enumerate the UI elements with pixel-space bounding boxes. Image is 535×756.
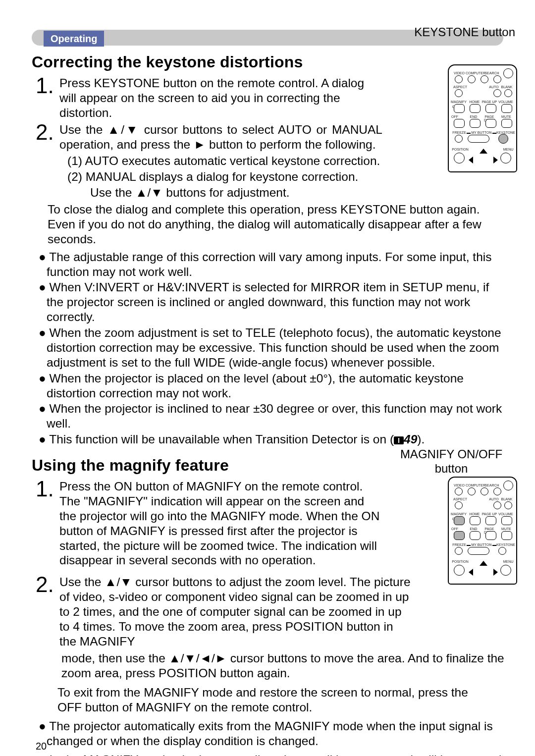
bullet: ● When V:INVERT or H&V:INVERT is selecte… [39, 280, 504, 324]
exit-note: To exit from the MAGNIFY mode and restor… [57, 685, 488, 715]
lbl-menu: MENU [502, 560, 514, 563]
substep-2b: Use the ▲/▼ buttons for adjustment. [90, 185, 437, 200]
volume-button [501, 516, 512, 525]
closing-note: To close the dialog and complete this op… [48, 202, 503, 247]
lbl-keystone: KEYSTONE [496, 543, 515, 546]
bullet: ● When the zoom adjustment is set to TEL… [39, 325, 504, 370]
blank-button-top [493, 75, 501, 83]
lbl-home: HOME [469, 100, 481, 104]
section-tab: Operating [44, 31, 104, 47]
search-button [481, 75, 488, 83]
lbl-search: SEARCH [484, 71, 499, 75]
pagedn-button [485, 119, 496, 128]
lbl-search: SEARCH [484, 484, 499, 487]
mybutton-button [468, 547, 489, 555]
manual-ref-num: 49 [404, 432, 417, 446]
nav-left-icon [469, 157, 473, 163]
mute-button [501, 531, 512, 540]
lbl-end: END [469, 115, 479, 118]
remote-diagram-magnify: VIDEO COMPUTER SEARCH ASPECT AUTO BLANK … [448, 477, 517, 585]
mute-button [501, 119, 512, 128]
bullet: ● When the projector is inclined to near… [39, 401, 504, 431]
step-text: Press KEYSTONE button on the remote cont… [59, 76, 382, 120]
magnify-button-label: MAGNIFY ON/OFF button [399, 447, 503, 476]
blank-button [504, 501, 512, 509]
end-button [470, 119, 481, 128]
aspect-button [455, 89, 463, 97]
menu-button [500, 565, 511, 576]
lbl-mybutton: MY BUTTON [471, 543, 492, 546]
keystone-button-label: KEYSTONE button [414, 25, 515, 39]
lbl-mute: MUTE [500, 527, 512, 531]
magnify-on-button [454, 516, 465, 525]
magnify-on-button [454, 104, 465, 113]
manual-ref-icon [394, 436, 404, 444]
lbl-freeze: FREEZE [452, 543, 467, 546]
position-button [454, 565, 465, 576]
lbl-blank: BLANK [500, 497, 513, 501]
lbl-video: VIDEO [453, 484, 466, 487]
substep-2a: (2) MANUAL displays a dialog for keyston… [67, 169, 414, 184]
lbl-off: OFF [451, 527, 459, 531]
blank-button-top [493, 487, 501, 495]
keystone-button [498, 547, 506, 555]
nav-right-icon [493, 157, 498, 163]
step-1: 1. Press KEYSTONE button on the remote c… [36, 76, 382, 120]
freeze-button [455, 135, 463, 143]
bullet: ● The adjustable range of this correctio… [39, 250, 504, 279]
home-button [470, 516, 481, 525]
aspect-button [455, 501, 463, 509]
page-content: Operating Correcting the keystone distor… [32, 30, 503, 756]
step-text: Use the ▲/▼ cursor buttons to adjust the… [59, 575, 412, 648]
lbl-computer: COMPUTER [466, 71, 483, 75]
menu-button [500, 153, 511, 163]
step-text: Press the ON button of MAGNIFY on the re… [59, 479, 382, 568]
lbl-pageup: PAGE UP [482, 512, 497, 516]
pageup-button [485, 516, 496, 525]
step-2: 2. Use the ▲/▼ cursor buttons to adjust … [36, 575, 412, 648]
magnify-off-button [454, 531, 465, 540]
lbl-blank: BLANK [500, 85, 513, 89]
step-text-cont: mode, then use the ▲/▼/◄/► cursor button… [61, 651, 507, 681]
nav-right-icon [493, 569, 498, 576]
power-button [503, 68, 513, 78]
bullet: ● This function will be unavailable when… [39, 432, 504, 447]
lbl-pageup: PAGE UP [482, 100, 497, 104]
bullet: ● When the projector is placed on the le… [39, 371, 504, 401]
step-number: 2. [36, 122, 57, 142]
bullet: ● The projector automatically exits from… [39, 719, 504, 749]
nav-up-icon [480, 561, 487, 566]
mybutton-button [468, 135, 489, 143]
lbl-keystone: KEYSTONE [496, 131, 515, 134]
lbl-auto: AUTO [488, 85, 499, 89]
lbl-volume: VOLUME [498, 512, 513, 516]
bullet-text-post: ). [417, 432, 425, 446]
lbl-off: OFF [451, 115, 459, 118]
lbl-position: POSITION [452, 148, 469, 151]
page-number: 20 [36, 740, 47, 752]
position-button [454, 153, 465, 163]
lbl-mybutton: MY BUTTON [471, 131, 492, 134]
lbl-video: VIDEO [453, 71, 466, 75]
keystone-button [498, 134, 508, 144]
video-button [455, 487, 463, 495]
step-1: 1. Press the ON button of MAGNIFY on the… [36, 479, 382, 568]
lbl-menu: MENU [502, 148, 514, 151]
lbl-aspect: ASPECT [453, 497, 468, 501]
lbl-magnify: MAGNIFY [451, 100, 467, 104]
lbl-home: HOME [469, 512, 481, 516]
remote-diagram-keystone: VIDEO COMPUTER SEARCH ASPECT AUTO BLANK … [448, 64, 517, 172]
magnify-off-button [454, 119, 465, 128]
step-number: 1. [36, 479, 57, 499]
lbl-mute: MUTE [500, 115, 512, 118]
bullet-text-pre: ● This function will be unavailable when… [39, 432, 394, 446]
computer-button [468, 487, 476, 495]
lbl-freeze: FREEZE [452, 131, 467, 134]
lbl-magnify: MAGNIFY [451, 512, 467, 516]
home-button [470, 104, 481, 113]
step-number: 2. [36, 575, 57, 594]
lbl-position: POSITION [452, 560, 469, 563]
nav-up-icon [480, 149, 487, 154]
step-2: 2. Use the ▲/▼ cursor buttons to select … [36, 122, 382, 152]
lbl-aspect: ASPECT [453, 85, 468, 89]
